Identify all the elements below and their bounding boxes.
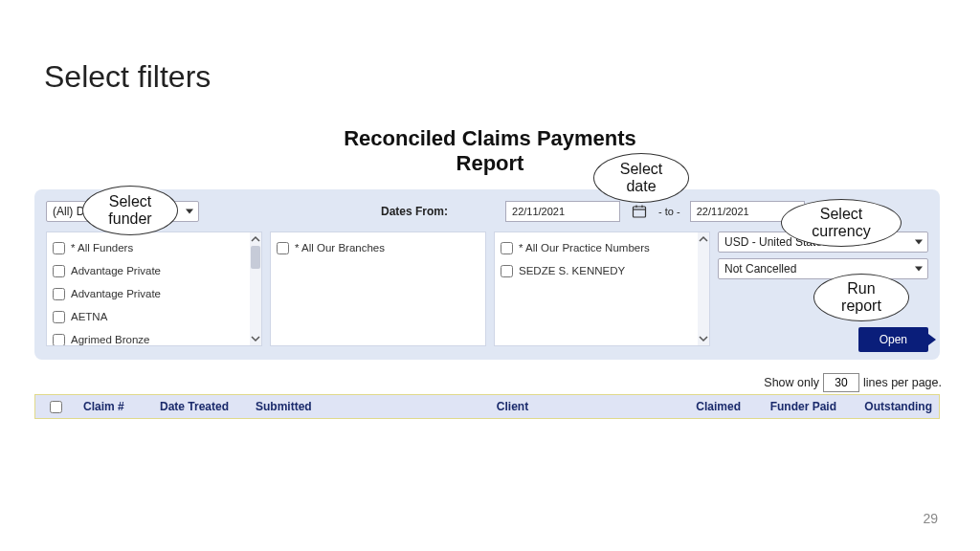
list-item[interactable]: * All Our Branches xyxy=(277,236,479,259)
chevron-down-icon[interactable] xyxy=(699,334,708,343)
callout-text: Run report xyxy=(841,280,881,316)
checkbox[interactable] xyxy=(501,242,513,254)
scrollbar[interactable] xyxy=(250,232,261,345)
svg-rect-0 xyxy=(634,207,646,217)
report-title-line2: Report xyxy=(457,151,524,175)
results-table: Claim # Date Treated Submitted Client Cl… xyxy=(34,394,940,419)
col-submitted[interactable]: Submitted xyxy=(250,400,355,413)
callout-text: Select date xyxy=(620,161,662,196)
col-funder-paid[interactable]: Funder Paid xyxy=(747,400,843,413)
funders-listbox[interactable]: * All Funders Advantage Private Advantag… xyxy=(46,231,262,346)
dates-from-label: Dates From: xyxy=(381,205,448,218)
pager-prefix: Show only xyxy=(764,376,819,389)
callout-run-report: Run report xyxy=(813,274,909,321)
practice-listbox[interactable]: * All Our Practice Numbers SEDZE S. KENN… xyxy=(494,231,710,346)
callout-select-currency: Select currency xyxy=(781,199,902,247)
chevron-down-icon[interactable] xyxy=(251,334,260,343)
status-select-value: Not Cancelled xyxy=(724,262,796,276)
lines-per-page-input[interactable] xyxy=(823,373,859,392)
list-item-label: Agrimed Bronze xyxy=(71,334,149,345)
list-item-label: Advantage Private xyxy=(71,288,161,299)
open-button[interactable]: Open xyxy=(858,327,928,352)
list-item-label: Advantage Private xyxy=(71,265,161,276)
callout-select-date: Select date xyxy=(593,153,689,203)
select-all-checkbox[interactable] xyxy=(50,401,62,413)
list-item-label: * All Our Branches xyxy=(295,242,385,253)
checkbox[interactable] xyxy=(53,242,65,254)
checkbox[interactable] xyxy=(53,334,65,346)
pager: Show only lines per page. xyxy=(764,373,942,392)
report-title: Reconciled Claims Payments Report xyxy=(0,126,980,177)
date-to-value: 22/11/2021 xyxy=(697,206,749,217)
col-claimed[interactable]: Claimed xyxy=(671,400,747,413)
department-select-value: (All) D xyxy=(53,205,84,218)
report-title-line1: Reconciled Claims Payments xyxy=(344,126,636,150)
list-item[interactable]: SEDZE S. KENNEDY xyxy=(501,259,703,282)
calendar-icon[interactable] xyxy=(630,202,649,221)
checkbox[interactable] xyxy=(53,288,65,300)
list-item[interactable]: AETNA xyxy=(53,305,256,328)
page-number: 29 xyxy=(923,511,938,526)
date-from-input[interactable]: 22/11/2021 xyxy=(505,201,620,222)
checkbox[interactable] xyxy=(501,265,513,277)
col-claim[interactable]: Claim # xyxy=(78,400,154,413)
col-outstanding[interactable]: Outstanding xyxy=(843,400,939,413)
list-item[interactable]: Advantage Private xyxy=(53,282,256,305)
callout-text: Select funder xyxy=(108,193,151,229)
slide-title: Select filters xyxy=(44,59,211,95)
date-from-value: 22/11/2021 xyxy=(512,206,565,217)
list-item-label: AETNA xyxy=(71,311,107,322)
checkbox[interactable] xyxy=(53,265,65,277)
callout-text: Select currency xyxy=(812,206,870,241)
scrollbar[interactable] xyxy=(698,232,709,345)
pager-suffix: lines per page. xyxy=(863,376,942,389)
list-item-label: SEDZE S. KENNEDY xyxy=(519,265,625,276)
scroll-thumb[interactable] xyxy=(251,246,260,269)
callout-select-funder: Select funder xyxy=(82,186,178,235)
status-select[interactable]: Not Cancelled xyxy=(718,258,928,279)
chevron-up-icon[interactable] xyxy=(251,234,260,244)
list-item[interactable]: * All Funders xyxy=(53,236,256,259)
table-header-row: Claim # Date Treated Submitted Client Cl… xyxy=(35,395,939,418)
list-item-label: * All Funders xyxy=(71,242,133,253)
list-item[interactable]: * All Our Practice Numbers xyxy=(501,236,703,259)
chevron-up-icon[interactable] xyxy=(699,234,708,244)
branches-listbox[interactable]: * All Our Branches xyxy=(270,231,486,346)
list-item[interactable]: Agrimed Bronze xyxy=(53,328,256,346)
open-button-label: Open xyxy=(880,333,907,346)
checkbox[interactable] xyxy=(53,311,65,323)
select-all-cell xyxy=(35,401,78,413)
list-item-label: * All Our Practice Numbers xyxy=(519,242,650,253)
col-date-treated[interactable]: Date Treated xyxy=(154,400,250,413)
col-client[interactable]: Client xyxy=(355,400,671,413)
checkbox[interactable] xyxy=(277,242,289,254)
to-label: - to - xyxy=(658,206,680,217)
list-item[interactable]: Advantage Private xyxy=(53,259,256,282)
